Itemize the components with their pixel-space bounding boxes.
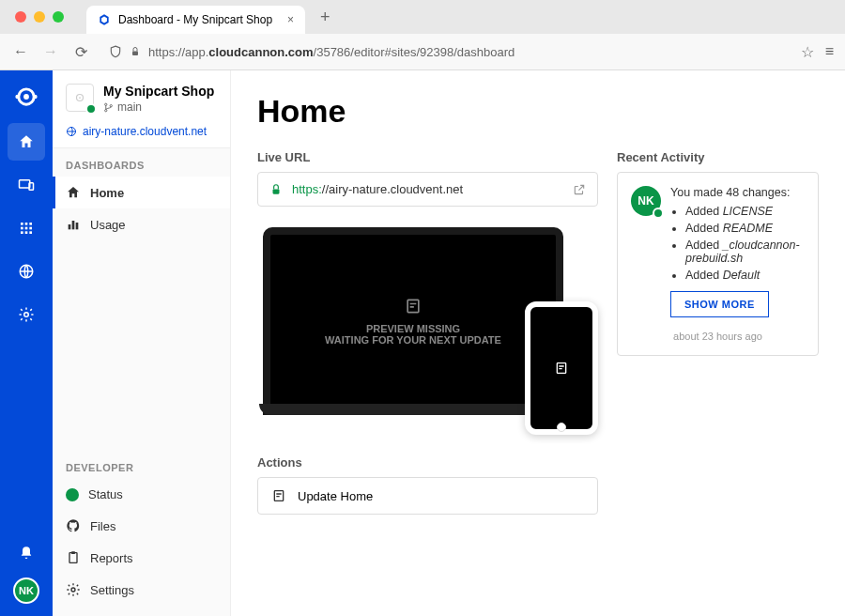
rail-grid[interactable] — [8, 209, 45, 247]
show-more-button[interactable]: SHOW MORE — [670, 291, 769, 317]
activity-list: Added LICENSE Added README Added _cloudc… — [685, 205, 805, 282]
svg-point-2 — [23, 94, 29, 100]
svg-rect-28 — [71, 551, 75, 554]
nav-item-home[interactable]: Home — [53, 177, 230, 208]
svg-rect-12 — [29, 227, 32, 230]
nav-label: Status — [88, 487, 123, 501]
tab-close-icon[interactable]: × — [287, 13, 294, 26]
bookmark-icon[interactable]: ☆ — [801, 43, 814, 61]
site-name: My Snipcart Shop — [103, 84, 214, 99]
nav-label: Usage — [90, 218, 126, 232]
activity-time: about 23 hours ago — [631, 331, 805, 342]
app: NK My Snipcart Shop main airy-natur — [0, 70, 845, 616]
globe-icon — [66, 126, 77, 137]
live-url-text: https://airy-nature.cloudvent.net — [292, 182, 463, 196]
update-home-action[interactable]: Update Home — [257, 477, 598, 515]
branch-name: main — [117, 100, 142, 114]
site-branch: main — [103, 100, 214, 114]
nav-item-usage[interactable]: Usage — [53, 208, 230, 240]
rail-settings[interactable] — [8, 296, 45, 333]
placeholder-icon — [73, 91, 86, 104]
svg-point-17 — [24, 313, 29, 317]
rail-globe[interactable] — [8, 253, 45, 290]
main-content: Home Live URL https://airy-nature.cloudv… — [231, 70, 845, 616]
forward-button[interactable]: → — [41, 43, 60, 60]
back-button[interactable]: ← — [11, 43, 30, 60]
site-header: My Snipcart Shop main airy-nature.cloudv… — [53, 70, 230, 148]
activity-avatar: NK — [631, 186, 661, 216]
github-icon — [66, 518, 81, 533]
lock-icon — [130, 46, 141, 57]
svg-rect-26 — [76, 223, 79, 229]
page-icon — [404, 297, 422, 316]
minimize-window-button[interactable] — [34, 11, 45, 23]
svg-rect-9 — [29, 223, 32, 225]
nav-item-reports[interactable]: Reports — [53, 542, 230, 574]
url-text: https://app.cloudcannon.com/35786/editor… — [148, 45, 515, 59]
gear-icon — [18, 306, 35, 323]
rail-home[interactable] — [8, 123, 45, 161]
url-field[interactable]: https://app.cloudcannon.com/35786/editor… — [101, 45, 790, 59]
svg-rect-24 — [69, 224, 71, 229]
svg-rect-5 — [20, 180, 30, 188]
site-live-domain: airy-nature.cloudvent.net — [83, 125, 207, 138]
app-logo-icon[interactable] — [13, 84, 39, 110]
laptop-preview: PREVIEW MISSING WAITING FOR YOUR NEXT UP… — [263, 227, 563, 415]
nav-label: Reports — [90, 551, 133, 565]
svg-rect-15 — [29, 231, 32, 234]
activity-item: Added LICENSE — [685, 205, 805, 218]
page-icon — [271, 488, 286, 503]
device-preview: PREVIEW MISSING WAITING FOR YOUR NEXT UP… — [257, 227, 598, 429]
svg-rect-10 — [21, 227, 23, 230]
site-live-link[interactable]: airy-nature.cloudvent.net — [66, 125, 217, 138]
activity-item: Added README — [685, 222, 805, 235]
activity-item: Added _cloudcannon-prebuild.sh — [685, 239, 805, 265]
rail-notifications[interactable] — [8, 534, 45, 572]
browser-menu-icon[interactable]: ≡ — [825, 43, 834, 60]
svg-rect-13 — [21, 231, 23, 234]
new-tab-button[interactable]: + — [320, 8, 330, 27]
gear-icon — [66, 582, 81, 597]
nav-item-status[interactable]: Status — [53, 479, 230, 510]
nav-label: Files — [90, 519, 115, 533]
bell-icon — [19, 546, 34, 561]
svg-rect-14 — [25, 231, 28, 234]
preview-text-2: WAITING FOR YOUR NEXT UPDATE — [325, 334, 501, 346]
activity-card: NK You made 48 changes: Added LICENSE Ad… — [617, 172, 819, 356]
actions-label: Actions — [257, 455, 598, 470]
phone-home-button — [557, 423, 566, 432]
rail-avatar[interactable]: NK — [13, 578, 39, 604]
window-controls — [8, 11, 71, 23]
site-thumbnail — [66, 84, 94, 112]
devices-icon — [18, 177, 35, 193]
nav-item-settings[interactable]: Settings — [53, 574, 230, 606]
branch-icon — [103, 102, 114, 113]
browser-tab[interactable]: Dashboard - My Snipcart Shop × — [86, 6, 305, 34]
recent-activity-label: Recent Activity — [617, 150, 819, 164]
live-url-box[interactable]: https://airy-nature.cloudvent.net — [257, 172, 598, 207]
preview-text-1: PREVIEW MISSING — [366, 323, 460, 334]
rail-sites[interactable] — [8, 166, 45, 204]
external-link-icon[interactable] — [573, 183, 586, 196]
svg-rect-0 — [132, 52, 138, 56]
reload-button[interactable]: ⟳ — [71, 43, 90, 61]
svg-rect-11 — [25, 227, 28, 230]
svg-point-3 — [15, 95, 20, 100]
svg-point-22 — [110, 104, 112, 106]
maximize-window-button[interactable] — [53, 11, 64, 23]
nav-item-files[interactable]: Files — [53, 510, 230, 542]
tab-bar: Dashboard - My Snipcart Shop × + — [0, 0, 845, 34]
clipboard-icon — [66, 550, 81, 565]
tab-favicon — [98, 13, 111, 26]
home-icon — [18, 133, 35, 150]
svg-rect-30 — [273, 189, 280, 193]
globe-icon — [18, 263, 35, 280]
live-url-label: Live URL — [257, 150, 598, 164]
nav-section-developer: DEVELOPER — [53, 451, 230, 479]
close-window-button[interactable] — [15, 11, 26, 23]
nav-rail: NK — [0, 70, 53, 616]
status-dot-icon — [66, 488, 79, 501]
lock-icon — [269, 183, 283, 196]
status-badge-icon — [85, 103, 97, 115]
svg-point-4 — [33, 95, 38, 100]
